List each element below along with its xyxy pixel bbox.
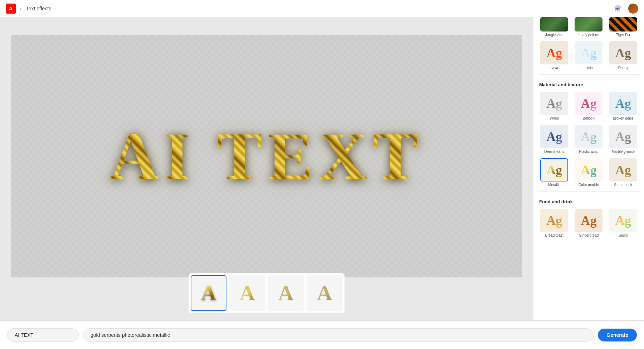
style-label-sushi: Sushi bbox=[619, 233, 628, 238]
canvas-text-display: AI TEXT bbox=[109, 122, 424, 190]
header: A ‹ Text effects ⚗️ bbox=[0, 0, 644, 17]
thumbnail-4[interactable]: A bbox=[307, 275, 342, 311]
style-label-balloon: Balloon bbox=[583, 116, 595, 121]
generate-button[interactable]: Generate bbox=[598, 329, 637, 341]
variation-thumbnails: A A A A bbox=[189, 273, 345, 313]
style-label-icicle: Icicle bbox=[585, 66, 593, 70]
style-item-lava[interactable]: Ag Lava bbox=[538, 40, 571, 72]
style-label-broken-glass: Broken glass bbox=[613, 116, 634, 121]
style-item-denim[interactable]: Ag Denim jeans bbox=[538, 123, 571, 155]
style-label-marble: Marble granite bbox=[612, 150, 635, 154]
page-title: Text effects bbox=[26, 6, 52, 11]
style-label-decay: Decay bbox=[618, 66, 628, 70]
style-preview-balloon: Ag bbox=[581, 96, 596, 111]
thumbnail-2[interactable]: A bbox=[229, 275, 265, 311]
back-button[interactable]: ‹ bbox=[20, 6, 22, 11]
style-item-decay[interactable]: Ag Decay bbox=[607, 40, 640, 72]
style-item-leafy-pothos[interactable]: Leafy pothos bbox=[572, 17, 605, 37]
style-preview-denim: Ag bbox=[546, 129, 562, 144]
style-item-gingerbread[interactable]: Ag Gingerbread bbox=[572, 207, 605, 239]
style-preview-gingerbread: Ag bbox=[581, 213, 596, 228]
style-item-metallic[interactable]: Ag Metallic bbox=[538, 157, 571, 189]
style-preview-sushi: Ag bbox=[615, 213, 631, 228]
top-partial-items: Jungle vine Leafy pothos Tiger Fur bbox=[533, 17, 644, 40]
style-label-gingerbread: Gingerbread bbox=[579, 233, 599, 238]
text-input[interactable] bbox=[7, 328, 79, 342]
style-label-denim: Denim jeans bbox=[544, 150, 564, 154]
style-item-icicle[interactable]: Ag Icicle bbox=[572, 40, 605, 72]
prompt-input[interactable] bbox=[83, 328, 594, 342]
material-style-grid: Ag Wires Ag Balloon Ag Broken glass bbox=[533, 90, 644, 189]
header-icons: ⚗️ bbox=[613, 3, 638, 14]
thumbnail-1[interactable]: A bbox=[191, 275, 226, 311]
main-content: AI TEXT A A A A Jungle vine bbox=[0, 17, 644, 320]
style-label-steampunk: Steampunk bbox=[614, 183, 633, 187]
adobe-logo: A bbox=[6, 4, 16, 14]
back-chevron-icon: ‹ bbox=[20, 6, 22, 11]
style-item-color-marble[interactable]: Ag Color marble bbox=[572, 157, 605, 189]
style-item-balloon[interactable]: Ag Balloon bbox=[572, 90, 605, 122]
style-preview-wires: Ag bbox=[546, 96, 562, 111]
style-preview-lava: Ag bbox=[546, 45, 562, 60]
style-item-sushi[interactable]: Ag Sushi bbox=[607, 207, 640, 239]
style-preview-decay: Ag bbox=[615, 45, 631, 60]
style-item-bread[interactable]: Ag Bread toast bbox=[538, 207, 571, 239]
style-panel: Jungle vine Leafy pothos Tiger Fur Ag La… bbox=[533, 17, 644, 320]
style-item-broken-glass[interactable]: Ag Broken glass bbox=[607, 90, 640, 122]
style-item-tiger-fur[interactable]: Tiger Fur bbox=[607, 17, 640, 37]
style-preview-plastic: Ag bbox=[581, 129, 596, 144]
thumbnail-3[interactable]: A bbox=[268, 275, 304, 311]
style-label-bread: Bread toast bbox=[545, 233, 564, 238]
style-label-plastic: Plastic wrap bbox=[579, 150, 599, 154]
food-section-title: Food and drink bbox=[533, 195, 644, 207]
style-label-wires: Wires bbox=[550, 116, 559, 121]
food-style-grid: Ag Bread toast Ag Gingerbread Ag Sushi bbox=[533, 207, 644, 239]
style-preview-steampunk: Ag bbox=[615, 163, 631, 178]
style-label-lava: Lava bbox=[550, 66, 558, 70]
text-display-container: AI TEXT bbox=[11, 35, 522, 277]
style-label-tiger-fur: Tiger Fur bbox=[616, 33, 630, 37]
style-preview-color-marble: Ag bbox=[581, 163, 596, 178]
style-preview-metallic: Ag bbox=[546, 163, 562, 178]
style-item-steampunk[interactable]: Ag Steampunk bbox=[607, 157, 640, 189]
style-item-marble[interactable]: Ag Marble granite bbox=[607, 123, 640, 155]
nature-style-grid: Ag Lava Ag Icicle Ag Decay bbox=[533, 40, 644, 72]
canvas-area: AI TEXT A A A A bbox=[0, 17, 533, 320]
style-item-jungle-vine[interactable]: Jungle vine bbox=[538, 17, 571, 37]
style-label-jungle-vine: Jungle vine bbox=[545, 33, 564, 37]
avatar[interactable] bbox=[628, 4, 638, 14]
bottom-bar: Generate bbox=[0, 320, 644, 349]
style-preview-bread: Ag bbox=[546, 213, 562, 228]
style-preview-broken-glass: Ag bbox=[615, 96, 631, 111]
divider-1 bbox=[538, 74, 640, 75]
style-preview-marble: Ag bbox=[615, 129, 631, 144]
style-preview-icicle: Ag bbox=[581, 45, 596, 60]
canvas-background: AI TEXT bbox=[11, 35, 522, 277]
divider-2 bbox=[538, 192, 640, 192]
style-label-color-marble: Color marble bbox=[579, 183, 599, 187]
style-item-wires[interactable]: Ag Wires bbox=[538, 90, 571, 122]
lab-icon[interactable]: ⚗️ bbox=[613, 3, 624, 14]
style-label-leafy-pothos: Leafy pothos bbox=[579, 33, 599, 37]
style-label-metallic: Metallic bbox=[548, 183, 560, 187]
style-item-plastic[interactable]: Ag Plastic wrap bbox=[572, 123, 605, 155]
material-section-title: Material and texture bbox=[533, 78, 644, 90]
